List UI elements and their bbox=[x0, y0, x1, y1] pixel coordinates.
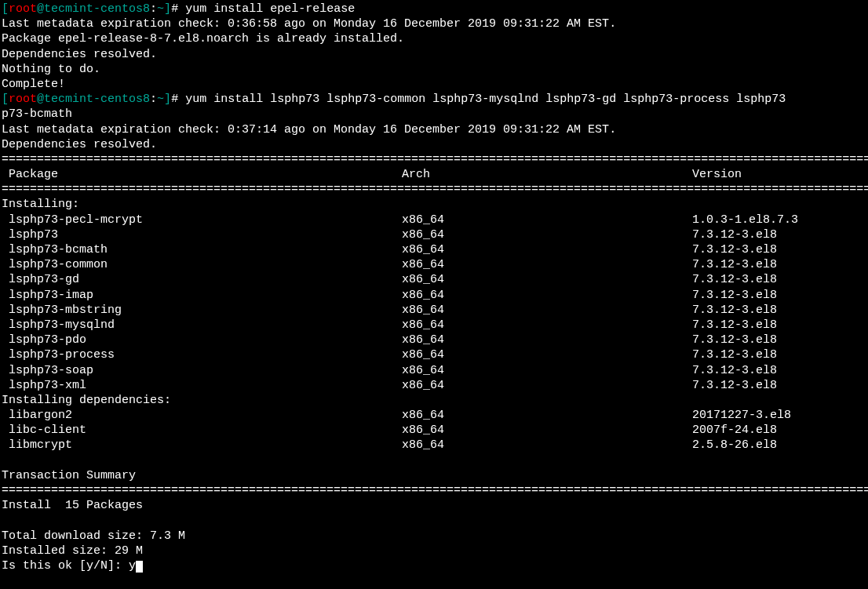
package-arch: x86_64 bbox=[402, 303, 692, 318]
package-version: 1.0.3-1.el8.7.3 bbox=[692, 213, 798, 227]
package-arch: x86_64 bbox=[402, 272, 692, 287]
output-line: Complete! bbox=[2, 77, 866, 92]
package-version: 2.5.8-26.el8 bbox=[692, 438, 777, 452]
package-version: 7.3.12-3.el8 bbox=[692, 243, 777, 256]
package-arch: x86_64 bbox=[402, 438, 692, 453]
install-count: Install 15 Packages bbox=[2, 498, 866, 513]
header-version: Version bbox=[692, 168, 742, 181]
package-version: 7.3.12-3.el8 bbox=[692, 364, 777, 377]
package-name: lsphp73-common bbox=[2, 257, 402, 272]
table-row: lsphp73x86_647.3.12-3.el8 bbox=[2, 227, 866, 242]
package-version: 7.3.12-3.el8 bbox=[692, 333, 777, 347]
package-name: lsphp73-mbstring bbox=[2, 303, 402, 318]
prompt-colon: : bbox=[150, 2, 157, 16]
command-continuation: p73-bcmath bbox=[2, 107, 866, 122]
prompt-line-2[interactable]: [root@tecmint-centos8:~]# yum install ls… bbox=[2, 92, 866, 107]
package-name: lsphp73-bcmath bbox=[2, 242, 402, 257]
prompt-host: tecmint-centos8 bbox=[44, 93, 150, 106]
separator-line: ========================================… bbox=[2, 182, 866, 197]
package-name: lsphp73-xml bbox=[2, 378, 402, 393]
table-row: libmcryptx86_642.5.8-26.el8 bbox=[2, 438, 866, 453]
output-line: Package epel-release-8-7.el8.noarch is a… bbox=[2, 31, 866, 46]
prompt-user: root bbox=[9, 2, 37, 16]
package-name: libmcrypt bbox=[2, 438, 402, 453]
output-line: Nothing to do. bbox=[2, 62, 866, 77]
terminal-output: [root@tecmint-centos8:~]# yum install ep… bbox=[2, 2, 866, 573]
package-name: lsphp73-imap bbox=[2, 288, 402, 303]
separator-line: ========================================… bbox=[2, 152, 866, 167]
output-line: Dependencies resolved. bbox=[2, 137, 866, 152]
bracket-close: ] bbox=[164, 2, 171, 16]
package-name: lsphp73-pecl-mcrypt bbox=[2, 213, 402, 227]
package-arch: x86_64 bbox=[402, 213, 692, 227]
package-arch: x86_64 bbox=[402, 363, 692, 378]
table-row: lsphp73-pdox86_647.3.12-3.el8 bbox=[2, 333, 866, 347]
table-row: lsphp73-mbstringx86_647.3.12-3.el8 bbox=[2, 303, 866, 318]
download-size: Total download size: 7.3 M bbox=[2, 529, 866, 544]
bracket-open: [ bbox=[2, 93, 9, 106]
separator-line: ========================================… bbox=[2, 483, 866, 498]
package-name: lsphp73-mysqlnd bbox=[2, 318, 402, 333]
output-line: Last metadata expiration check: 0:36:58 … bbox=[2, 16, 866, 31]
package-arch: x86_64 bbox=[402, 423, 692, 438]
package-name: lsphp73-soap bbox=[2, 363, 402, 378]
prompt-hash: # bbox=[171, 93, 178, 106]
package-arch: x86_64 bbox=[402, 242, 692, 257]
prompt-line-1[interactable]: [root@tecmint-centos8:~]# yum install ep… bbox=[2, 2, 866, 16]
package-version: 20171227-3.el8 bbox=[692, 409, 791, 422]
packages-list: lsphp73-pecl-mcryptx86_641.0.3-1.el8.7.3… bbox=[2, 213, 866, 393]
output-line: Dependencies resolved. bbox=[2, 47, 866, 62]
blank-line bbox=[2, 513, 866, 528]
table-row: libargon2x86_6420171227-3.el8 bbox=[2, 408, 866, 423]
package-name: lsphp73 bbox=[2, 227, 402, 242]
package-arch: x86_64 bbox=[402, 333, 692, 347]
prompt-at: @ bbox=[37, 2, 44, 16]
table-row: lsphp73-pecl-mcryptx86_641.0.3-1.el8.7.3 bbox=[2, 213, 866, 227]
installing-deps-label: Installing dependencies: bbox=[2, 393, 866, 408]
package-arch: x86_64 bbox=[402, 378, 692, 393]
summary-label: Transaction Summary bbox=[2, 468, 866, 483]
cursor-icon bbox=[136, 561, 143, 573]
bracket-open: [ bbox=[2, 2, 9, 16]
package-version: 7.3.12-3.el8 bbox=[692, 304, 777, 317]
table-row: lsphp73-commonx86_647.3.12-3.el8 bbox=[2, 257, 866, 272]
package-name: libargon2 bbox=[2, 408, 402, 423]
prompt-host: tecmint-centos8 bbox=[44, 2, 150, 16]
package-arch: x86_64 bbox=[402, 408, 692, 423]
confirm-prompt[interactable]: Is this ok [y/N]: y bbox=[2, 558, 866, 573]
installing-label: Installing: bbox=[2, 197, 866, 212]
package-version: 7.3.12-3.el8 bbox=[692, 228, 777, 242]
package-version: 7.3.12-3.el8 bbox=[692, 289, 777, 302]
package-arch: x86_64 bbox=[402, 347, 692, 362]
package-version: 7.3.12-3.el8 bbox=[692, 318, 777, 332]
package-arch: x86_64 bbox=[402, 288, 692, 303]
prompt-user: root bbox=[9, 93, 37, 106]
command-text: yum install epel-release bbox=[178, 2, 355, 16]
package-arch: x86_64 bbox=[402, 318, 692, 333]
blank-line bbox=[2, 453, 866, 468]
deps-list: libargon2x86_6420171227-3.el8 libc-clien… bbox=[2, 408, 866, 453]
table-header: PackageArchVersion bbox=[2, 167, 866, 182]
header-arch: Arch bbox=[402, 167, 692, 182]
package-version: 7.3.12-3.el8 bbox=[692, 379, 777, 392]
package-version: 7.3.12-3.el8 bbox=[692, 348, 777, 362]
prompt-hash: # bbox=[171, 2, 178, 16]
table-row: lsphp73-mysqlndx86_647.3.12-3.el8 bbox=[2, 318, 866, 333]
package-version: 7.3.12-3.el8 bbox=[692, 273, 777, 286]
package-name: lsphp73-process bbox=[2, 347, 402, 362]
table-row: lsphp73-imapx86_647.3.12-3.el8 bbox=[2, 288, 866, 303]
package-name: lsphp73-gd bbox=[2, 272, 402, 287]
table-row: lsphp73-xmlx86_647.3.12-3.el8 bbox=[2, 378, 866, 393]
prompt-colon: : bbox=[150, 93, 157, 106]
table-row: lsphp73-soapx86_647.3.12-3.el8 bbox=[2, 363, 866, 378]
package-version: 7.3.12-3.el8 bbox=[692, 258, 777, 271]
prompt-tilde: ~ bbox=[157, 93, 164, 106]
table-row: lsphp73-gdx86_647.3.12-3.el8 bbox=[2, 272, 866, 287]
package-name: libc-client bbox=[2, 423, 402, 438]
output-line: Last metadata expiration check: 0:37:14 … bbox=[2, 122, 866, 137]
bracket-close: ] bbox=[164, 93, 171, 106]
package-version: 2007f-24.el8 bbox=[692, 424, 777, 437]
prompt-tilde: ~ bbox=[157, 2, 164, 16]
package-arch: x86_64 bbox=[402, 227, 692, 242]
prompt-at: @ bbox=[37, 93, 44, 106]
